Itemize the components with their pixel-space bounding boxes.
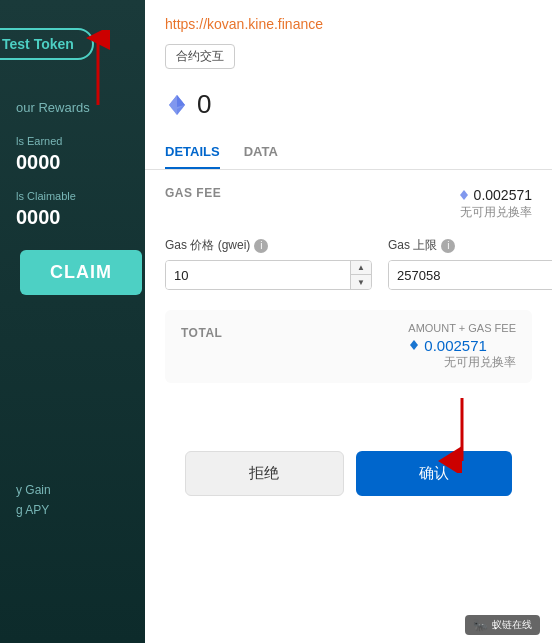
tab-details[interactable]: DETAILS (165, 136, 220, 169)
total-no-exchange: 无可用兑换率 (408, 354, 516, 371)
total-section: TOTAL AMOUNT + GAS FEE 0.002571 无可用兑换率 (165, 310, 532, 383)
watermark: 🐜 蚁链在线 (465, 615, 540, 635)
gas-price-info-icon[interactable]: i (254, 239, 268, 253)
total-label: TOTAL (181, 326, 222, 340)
svg-marker-8 (410, 340, 418, 350)
arrow-down-container (165, 403, 532, 443)
watermark-icon: 🐜 (473, 618, 488, 632)
amount-gas-label: AMOUNT + GAS FEE (408, 322, 516, 334)
gas-limit-input[interactable] (389, 261, 552, 289)
apy-label: g APY (16, 503, 51, 517)
gas-limit-label: Gas 上限 i (388, 237, 552, 254)
eth-amount-value: 0 (197, 89, 211, 120)
gas-price-up-button[interactable]: ▲ (351, 261, 371, 275)
reject-button[interactable]: 拒绝 (185, 451, 344, 496)
total-value-number: 0.002571 (424, 337, 487, 354)
claimable-value: 0000 (16, 206, 90, 229)
tabs-row: DETAILS DATA (145, 136, 552, 170)
eth-amount-row: 0 (145, 81, 552, 136)
contract-tag: 合约交互 (165, 44, 235, 69)
svg-marker-3 (177, 95, 185, 107)
details-content: GAS FEE 0.002571 无可用兑换率 Gas 价格 (gwei) i (145, 170, 552, 512)
gas-price-input[interactable] (166, 261, 350, 289)
gas-price-spinners: ▲ ▼ (350, 261, 371, 289)
total-eth-icon (408, 336, 420, 354)
gas-no-exchange: 无可用兑换率 (458, 204, 532, 221)
earned-value: 0000 (16, 151, 90, 174)
modal-panel: https://kovan.kine.finance 合约交互 0 DETAIL… (145, 0, 552, 643)
gain-section: y Gain g APY (16, 483, 51, 523)
gas-fee-eth-icon (458, 186, 470, 204)
total-row: TOTAL AMOUNT + GAS FEE 0.002571 无可用兑换率 (181, 322, 516, 371)
gas-fee-value-group: 0.002571 无可用兑换率 (458, 186, 532, 221)
total-right: AMOUNT + GAS FEE 0.002571 无可用兑换率 (408, 322, 516, 371)
gas-limit-group: Gas 上限 i ▲ ▼ (388, 237, 552, 290)
gas-price-down-button[interactable]: ▼ (351, 275, 371, 289)
modal-url: https://kovan.kine.finance (145, 0, 552, 40)
left-panel: Test Token our Rewards ls Earned 0000 ls… (0, 0, 145, 643)
gas-fee-label: GAS FEE (165, 186, 221, 200)
claim-button[interactable]: CLAIM (20, 250, 142, 295)
watermark-text: 蚁链在线 (492, 618, 532, 632)
gas-limit-input-wrapper: ▲ ▼ (388, 260, 552, 290)
total-eth-value: 0.002571 (408, 336, 516, 354)
tab-data[interactable]: DATA (244, 136, 278, 169)
earned-label: ls Earned (16, 135, 90, 147)
gas-price-label: Gas 价格 (gwei) i (165, 237, 372, 254)
rewards-section: our Rewards ls Earned 0000 ls Claimable … (16, 100, 90, 245)
gas-price-input-wrapper: ▲ ▼ (165, 260, 372, 290)
gas-fee-number: 0.002571 (474, 187, 532, 203)
gas-fee-eth-value: 0.002571 (458, 186, 532, 204)
gas-price-group: Gas 价格 (gwei) i ▲ ▼ (165, 237, 372, 290)
arrow-up-icon (68, 30, 128, 110)
gas-inputs-row: Gas 价格 (gwei) i ▲ ▼ Gas 上限 i (165, 237, 532, 290)
svg-marker-4 (169, 95, 177, 107)
svg-marker-7 (460, 190, 468, 200)
gas-limit-info-icon[interactable]: i (441, 239, 455, 253)
eth-icon (165, 93, 189, 117)
arrow-down-icon (432, 393, 492, 473)
gain-label: y Gain (16, 483, 51, 497)
gas-fee-row: GAS FEE 0.002571 无可用兑换率 (165, 186, 532, 221)
claimable-label: ls Claimable (16, 190, 90, 202)
